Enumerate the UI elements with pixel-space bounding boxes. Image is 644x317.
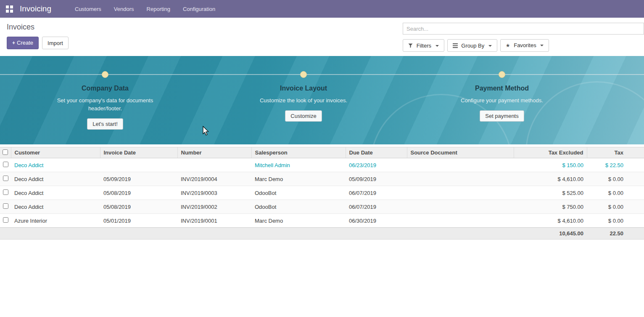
- step-dot: [499, 71, 505, 78]
- favorites-button[interactable]: ★ Favorites: [500, 39, 549, 52]
- control-panel: Invoices +Create Import Filters Group By…: [0, 18, 644, 56]
- import-button[interactable]: Import: [42, 37, 69, 49]
- top-navbar: Invoicing Customers Vendors Reporting Co…: [0, 0, 644, 18]
- cell-invoice-date: 05/08/2019: [100, 200, 177, 214]
- header-invoice-date[interactable]: Invoice Date: [100, 147, 177, 158]
- cell-tax-excluded: $ 525.00: [514, 186, 587, 200]
- cell-tax: $ 0.00: [587, 214, 644, 228]
- cell-tax-excluded: $ 750.00: [514, 200, 587, 214]
- menu-customers[interactable]: Customers: [75, 6, 101, 12]
- search-filter-buttons: Filters Group By ★ Favorites: [403, 39, 644, 52]
- cell-customer: Deco Addict: [11, 172, 100, 186]
- apps-grid-icon[interactable]: [6, 5, 13, 13]
- step-title: Company Data: [82, 85, 129, 92]
- plus-icon: +: [12, 40, 15, 46]
- cell-source-document: [407, 186, 514, 200]
- cell-salesperson: Marc Demo: [251, 214, 346, 228]
- cell-due-date: 06/30/2019: [346, 214, 407, 228]
- cell-tax: $ 0.00: [587, 200, 644, 214]
- table-row[interactable]: Deco Addict 05/08/2019 INV/2019/0003 Odo…: [0, 186, 644, 200]
- cell-tax: $ 22.50: [587, 158, 644, 172]
- cell-tax-excluded: $ 150.00: [514, 158, 587, 172]
- cell-customer: Azure Interior: [11, 214, 100, 228]
- step-subtitle: Configure your payment methods.: [461, 96, 543, 104]
- menu-reporting[interactable]: Reporting: [147, 6, 170, 12]
- cell-source-document: [407, 172, 514, 186]
- table-row[interactable]: Deco Addict Mitchell Admin 06/23/2019 $ …: [0, 158, 644, 172]
- menu-vendors[interactable]: Vendors: [114, 6, 134, 12]
- cell-salesperson: Mitchell Admin: [251, 158, 346, 172]
- cell-salesperson: OdooBot: [251, 200, 346, 214]
- customize-button[interactable]: Customize: [285, 110, 322, 122]
- cell-number: INV/2019/0003: [177, 186, 251, 200]
- step-dot: [102, 71, 108, 78]
- group-by-button[interactable]: Group By: [447, 39, 497, 52]
- cell-customer: Deco Addict: [11, 158, 100, 172]
- cell-tax: $ 0.00: [587, 186, 644, 200]
- favorites-button-label: Favorites: [514, 42, 536, 48]
- star-icon: ★: [506, 43, 510, 48]
- set-payments-button[interactable]: Set payments: [480, 110, 524, 122]
- invoice-table: Customer Invoice Date Number Salesperson…: [0, 147, 644, 240]
- cell-source-document: [407, 158, 514, 172]
- row-checkbox[interactable]: [3, 203, 8, 209]
- cell-number: [177, 158, 251, 172]
- row-checkbox[interactable]: [3, 176, 8, 181]
- row-checkbox[interactable]: [3, 217, 8, 223]
- header-source-document[interactable]: Source Document: [407, 147, 514, 158]
- onboarding-step-invoice-layout: Invoice Layout Customize the look of you…: [204, 71, 403, 130]
- chevron-down-icon: [435, 45, 439, 47]
- table-row[interactable]: Deco Addict 05/09/2019 INV/2019/0004 Mar…: [0, 172, 644, 186]
- row-checkbox[interactable]: [3, 189, 8, 195]
- header-salesperson[interactable]: Salesperson: [251, 147, 346, 158]
- cell-number: INV/2019/0004: [177, 172, 251, 186]
- filters-button-label: Filters: [417, 43, 431, 49]
- menu-configuration[interactable]: Configuration: [183, 6, 215, 12]
- cell-customer: Deco Addict: [11, 200, 100, 214]
- header-due-date[interactable]: Due Date: [346, 147, 407, 158]
- header-customer[interactable]: Customer: [11, 147, 100, 158]
- header-tax[interactable]: Tax: [587, 147, 644, 158]
- step-subtitle: Customize the look of your invoices.: [260, 96, 347, 104]
- chevron-down-icon: [488, 45, 492, 47]
- cell-due-date: 06/07/2019: [346, 186, 407, 200]
- filters-button[interactable]: Filters: [403, 39, 444, 52]
- create-button-label: Create: [17, 40, 33, 46]
- cell-number: INV/2019/0001: [177, 214, 251, 228]
- cell-invoice-date: 05/08/2019: [100, 186, 177, 200]
- header-tax-excluded[interactable]: Tax Excluded: [514, 147, 587, 158]
- chevron-down-icon: [540, 45, 544, 46]
- create-button[interactable]: +Create: [7, 37, 39, 49]
- total-tax: 22.50: [587, 228, 644, 240]
- step-title: Payment Method: [475, 85, 529, 92]
- cell-due-date: 06/07/2019: [346, 200, 407, 214]
- cell-salesperson: Marc Demo: [251, 172, 346, 186]
- group-by-list-icon: [453, 43, 458, 48]
- onboarding-banner: Company Data Set your company's data for…: [0, 56, 644, 144]
- search-input[interactable]: [403, 23, 644, 35]
- select-all-checkbox[interactable]: [3, 149, 8, 155]
- cell-tax-excluded: $ 4,610.00: [514, 172, 587, 186]
- cell-customer: Deco Addict: [11, 186, 100, 200]
- cell-source-document: [407, 200, 514, 214]
- header-number[interactable]: Number: [177, 147, 251, 158]
- table-row[interactable]: Azure Interior 05/01/2019 INV/2019/0001 …: [0, 214, 644, 228]
- cell-due-date: 05/09/2019: [346, 172, 407, 186]
- cell-invoice-date: 05/01/2019: [100, 214, 177, 228]
- cell-source-document: [407, 214, 514, 228]
- step-title: Invoice Layout: [280, 85, 327, 92]
- step-subtitle: Set your company's data for documents he…: [55, 96, 156, 112]
- cell-invoice-date: [100, 158, 177, 172]
- app-title[interactable]: Invoicing: [20, 4, 51, 13]
- cell-tax: $ 0.00: [587, 172, 644, 186]
- cell-tax-excluded: $ 4,610.00: [514, 214, 587, 228]
- table-row[interactable]: Deco Addict 05/08/2019 INV/2019/0002 Odo…: [0, 200, 644, 214]
- lets-start-button[interactable]: Let's start!: [87, 118, 123, 130]
- cell-due-date: 06/23/2019: [346, 158, 407, 172]
- row-checkbox[interactable]: [3, 162, 8, 167]
- cell-number: INV/2019/0002: [177, 200, 251, 214]
- cell-salesperson: OdooBot: [251, 186, 346, 200]
- onboarding-step-payment-method: Payment Method Configure your payment me…: [403, 71, 601, 130]
- total-tax-excluded: 10,645.00: [514, 228, 587, 240]
- main-menu: Customers Vendors Reporting Configuratio…: [75, 6, 215, 12]
